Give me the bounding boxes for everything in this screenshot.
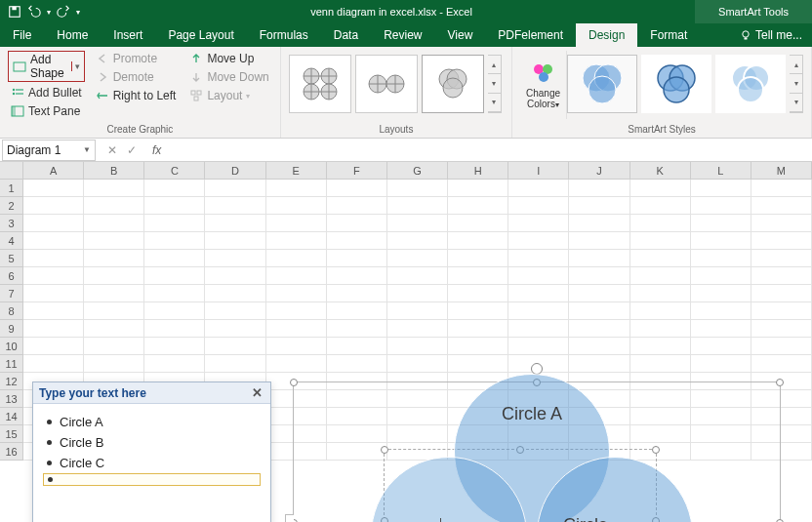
row-head-5[interactable]: 5 xyxy=(0,250,23,267)
row-head-8[interactable]: 8 xyxy=(0,302,23,320)
cell[interactable] xyxy=(630,197,691,215)
cell[interactable] xyxy=(387,267,448,285)
add-shape-button[interactable]: Add Shape ▾ xyxy=(8,51,85,82)
cell[interactable] xyxy=(266,180,327,197)
cell[interactable] xyxy=(266,302,327,320)
cell[interactable] xyxy=(508,302,569,320)
text-pane-button[interactable]: Text Pane xyxy=(8,103,85,119)
cell[interactable] xyxy=(448,180,508,197)
cell[interactable] xyxy=(144,302,205,320)
tab-pdfelement[interactable]: PDFelement xyxy=(485,23,576,47)
fx-label[interactable]: fx xyxy=(146,143,167,157)
cell[interactable] xyxy=(630,338,691,355)
cell[interactable] xyxy=(387,232,448,250)
cell[interactable] xyxy=(23,232,84,250)
col-head-I[interactable]: I xyxy=(508,162,569,179)
cell[interactable] xyxy=(84,232,144,250)
cell[interactable] xyxy=(751,250,812,267)
cell[interactable] xyxy=(266,267,327,285)
cell[interactable] xyxy=(630,180,691,197)
cell[interactable] xyxy=(751,302,812,320)
styles-gallery-more[interactable]: ▴▾▾ xyxy=(790,55,803,113)
cell[interactable] xyxy=(144,267,205,285)
add-shape-dd-icon[interactable]: ▾ xyxy=(71,61,80,71)
cell[interactable] xyxy=(266,320,327,338)
tab-formulas[interactable]: Formulas xyxy=(247,23,321,47)
namebox-dd-icon[interactable]: ▼ xyxy=(83,145,91,154)
cell[interactable] xyxy=(23,338,84,355)
cell[interactable] xyxy=(569,302,629,320)
layout-thumb-3[interactable] xyxy=(422,55,484,113)
layouts-gallery-more[interactable]: ▴▾▾ xyxy=(488,55,502,113)
smartart-canvas[interactable]: ❯ Circle A CircleB Circle C xyxy=(293,381,781,522)
cell[interactable] xyxy=(691,338,751,355)
handle-tr[interactable] xyxy=(776,379,784,386)
cell[interactable] xyxy=(205,232,265,250)
style-thumb-1[interactable] xyxy=(567,55,637,113)
change-colors-button[interactable]: Change Colors▾ xyxy=(520,51,567,119)
cell[interactable] xyxy=(508,232,569,250)
col-head-D[interactable]: D xyxy=(205,162,265,179)
cell[interactable] xyxy=(691,355,751,373)
cell[interactable] xyxy=(508,320,569,338)
cell[interactable] xyxy=(387,285,448,302)
cancel-fx-icon[interactable]: ✕ xyxy=(107,143,117,157)
cell[interactable] xyxy=(23,180,84,197)
right-to-left-button[interactable]: Right to Left xyxy=(93,88,180,103)
col-head-M[interactable]: M xyxy=(751,162,812,179)
cell[interactable] xyxy=(508,215,569,232)
cell[interactable] xyxy=(751,338,812,355)
add-bullet-button[interactable]: Add Bullet xyxy=(8,85,85,100)
row-head-1[interactable]: 1 xyxy=(0,180,23,197)
layout-thumb-2[interactable] xyxy=(355,55,418,113)
enter-fx-icon[interactable]: ✓ xyxy=(127,143,137,157)
cell[interactable] xyxy=(144,215,205,232)
cell[interactable] xyxy=(387,180,448,197)
col-head-A[interactable]: A xyxy=(23,162,84,179)
move-up-button[interactable]: Move Up xyxy=(186,51,271,66)
cell[interactable] xyxy=(205,180,265,197)
text-pane-item[interactable] xyxy=(43,473,261,486)
col-head-B[interactable]: B xyxy=(84,162,144,179)
cell[interactable] xyxy=(84,180,144,197)
cell[interactable] xyxy=(448,355,508,373)
cell[interactable] xyxy=(751,215,812,232)
cell[interactable] xyxy=(387,338,448,355)
cell[interactable] xyxy=(448,232,508,250)
cell[interactable] xyxy=(630,285,691,302)
cell[interactable] xyxy=(84,302,144,320)
cell[interactable] xyxy=(387,215,448,232)
tell-me[interactable]: Tell me... xyxy=(730,23,812,47)
cell[interactable] xyxy=(751,267,812,285)
cell[interactable] xyxy=(630,215,691,232)
row-head-7[interactable]: 7 xyxy=(0,285,23,302)
style-thumb-2[interactable] xyxy=(641,55,711,113)
cell[interactable] xyxy=(508,250,569,267)
cell[interactable] xyxy=(205,320,265,338)
cell[interactable] xyxy=(205,250,265,267)
cell[interactable] xyxy=(84,355,144,373)
cell[interactable] xyxy=(691,285,751,302)
col-head-H[interactable]: H xyxy=(448,162,508,179)
cell[interactable] xyxy=(327,215,387,232)
row-head-6[interactable]: 6 xyxy=(0,267,23,285)
cell[interactable] xyxy=(569,232,629,250)
cell[interactable] xyxy=(691,320,751,338)
tab-file[interactable]: File xyxy=(0,23,44,47)
cell[interactable] xyxy=(691,250,751,267)
cell[interactable] xyxy=(23,250,84,267)
cell[interactable] xyxy=(751,180,812,197)
select-all-corner[interactable] xyxy=(0,162,23,180)
cell[interactable] xyxy=(144,338,205,355)
cell[interactable] xyxy=(751,285,812,302)
text-pane-item[interactable]: Circle A xyxy=(43,412,261,432)
cell[interactable] xyxy=(266,355,327,373)
handle-tl[interactable] xyxy=(290,379,298,386)
cell[interactable] xyxy=(387,250,448,267)
cell[interactable] xyxy=(569,180,629,197)
cell[interactable] xyxy=(630,267,691,285)
cell[interactable] xyxy=(23,302,84,320)
col-head-J[interactable]: J xyxy=(569,162,629,179)
cell[interactable] xyxy=(691,302,751,320)
cell[interactable] xyxy=(630,320,691,338)
